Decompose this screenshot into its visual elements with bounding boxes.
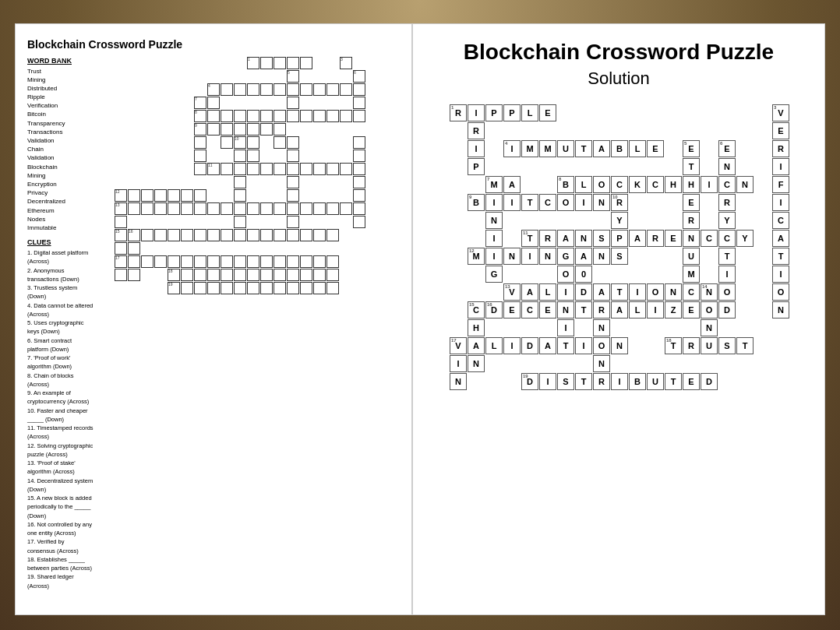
solution-cell: N (665, 283, 682, 301)
grid-cell (128, 242, 140, 255)
grid-cell (274, 229, 286, 241)
grid-cell (181, 189, 193, 202)
word-bank-word: Encryption (27, 180, 94, 188)
solution-cell: S (718, 337, 736, 354)
solution-cell: 19D (521, 373, 538, 390)
grid-cell (287, 57, 299, 69)
clue-item: 16. Not controlled by any one entity (Ac… (27, 520, 94, 538)
solution-cell: I (611, 373, 628, 390)
solution-cell: G (557, 248, 574, 265)
grid-cell (260, 269, 273, 281)
solution-cell: I (629, 283, 646, 301)
grid-cell (353, 150, 365, 162)
clue-item: 18. Establishes _____ between parties (A… (27, 555, 94, 573)
grid-cell (234, 189, 246, 202)
solution-cell: 6E (718, 140, 736, 157)
solution-cell: N (701, 319, 718, 336)
solution-cell: O (593, 176, 610, 193)
right-subtitle: Solution (588, 69, 650, 89)
clue-item: 8. Chain of blocks (Across) (27, 371, 94, 389)
grid-cell (154, 202, 167, 215)
solution-cell: R (718, 194, 736, 211)
grid-cell: 4 (207, 83, 220, 96)
grid-cell (181, 255, 193, 268)
solution-cell: S (593, 230, 610, 247)
word-bank-word: Nodes (27, 215, 94, 223)
grid-cell (207, 202, 220, 215)
solution-cell: T (683, 158, 700, 175)
solution-cell: N (593, 355, 610, 372)
solution-cell: 18T (665, 337, 682, 354)
solution-cell: U (647, 373, 664, 390)
grid-cell (260, 110, 273, 122)
word-bank-word: Mining (27, 171, 94, 180)
grid-cell: 13 (115, 202, 127, 215)
grid-cell (287, 150, 299, 162)
grid-cell (221, 202, 233, 215)
grid-cell (274, 57, 286, 69)
grid-cell: 16 (128, 229, 140, 241)
grid-cell (313, 269, 326, 281)
clue-item: 14. Decentralized system (Down) (27, 477, 94, 494)
grid-cell (287, 189, 299, 202)
grid-cell (154, 255, 167, 268)
word-bank-word: Validation (27, 153, 94, 162)
grid-cell (194, 202, 206, 215)
grid-cell (221, 269, 233, 281)
solution-cell: A (593, 283, 610, 301)
solution-cell: T (575, 301, 592, 319)
grid-cell: 10 (234, 136, 246, 149)
solution-cell: I (575, 194, 592, 211)
word-bank-list: TrustMiningDistributedRippleVerification… (27, 67, 94, 233)
solution-cell: Z (665, 301, 682, 319)
grid-cell (287, 269, 299, 281)
grid-cell (326, 163, 339, 175)
grid-cell (181, 282, 193, 294)
grid-cell (300, 229, 312, 241)
solution-cell: I (485, 230, 503, 247)
grid-cell (313, 229, 326, 241)
solution-cell: 15C (468, 301, 485, 319)
grid-cell (287, 202, 299, 215)
grid-cell (221, 123, 233, 136)
grid-cell (274, 136, 286, 149)
grid-cell (128, 255, 140, 268)
grid-cell (141, 202, 154, 215)
solution-cell: R (593, 373, 610, 390)
solution-cell: N (450, 373, 467, 390)
grid-cell (287, 255, 299, 268)
solution-cell: A (575, 248, 592, 265)
clue-item: 15. A new block is added periodically to… (27, 494, 94, 520)
word-bank-word: Mining (27, 76, 94, 84)
solution-cell: O (593, 337, 610, 354)
solution-cell: M (521, 140, 538, 157)
solution-cell: 12M (468, 248, 485, 265)
clue-item: 10. Faster and cheaper _____ (Down) (27, 407, 94, 424)
grid-cell (260, 202, 273, 215)
solution-cell: D (575, 283, 592, 301)
grid-cell (353, 202, 365, 215)
solution-cell: N (772, 301, 789, 319)
left-panel: Blockchain Crossword Puzzle WORD BANK Tr… (15, 23, 412, 615)
grid-cell (326, 83, 339, 96)
solution-cell: E (772, 122, 789, 139)
grid-cell: 12 (115, 189, 127, 202)
solution-cell: R (772, 140, 789, 157)
solution-cell: E (665, 230, 682, 247)
solution-cell: 0 (575, 266, 592, 283)
grid-cell (326, 269, 339, 281)
grid-cell (353, 110, 365, 122)
solution-cell: E (683, 373, 700, 390)
solution-cell: N (557, 301, 574, 319)
grid-cell (247, 123, 259, 136)
word-bank-word: Ethereum (27, 206, 94, 215)
solution-cell: N (736, 176, 754, 193)
grid-cell: 15 (115, 229, 127, 241)
solution-cell: I (521, 248, 538, 265)
solution-cell: E (539, 301, 556, 319)
grid-cell (274, 202, 286, 215)
grid-cell (340, 110, 352, 122)
solution-cell: I (503, 194, 521, 211)
grid-cell (340, 202, 352, 215)
grid-cell: 3 (340, 57, 352, 69)
